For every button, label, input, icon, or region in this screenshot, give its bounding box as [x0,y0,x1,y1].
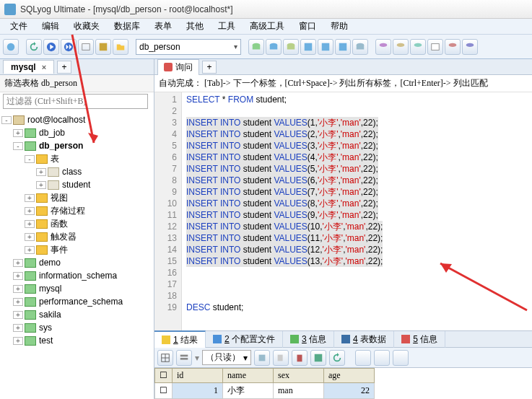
tool-2[interactable] [266,39,282,55]
tree-node[interactable]: +class [1,165,152,178]
tree-twisty-icon[interactable]: + [25,233,35,241]
copy-button[interactable] [273,350,289,366]
grid-view-button[interactable] [157,350,173,366]
tool-1[interactable] [248,39,264,55]
refresh-result-button[interactable] [329,350,345,366]
close-icon[interactable]: × [42,63,46,71]
readonly-indicator[interactable]: （只读） ▾ [202,350,251,365]
tree-node[interactable]: +视图 [1,191,152,204]
new-connection-button[interactable] [3,39,19,55]
tree-twisty-icon[interactable]: + [25,220,35,228]
col-name[interactable]: name [223,369,274,383]
tool-11[interactable] [427,39,443,55]
result-tab-2[interactable]: 3 信息 [283,331,334,348]
tree-node[interactable]: +student [1,178,152,191]
table-row[interactable]: ☐1小李man22 [155,383,375,399]
menu-工具[interactable]: 工具 [211,19,243,34]
tree-node[interactable]: +sys [1,321,152,334]
tree-twisty-icon[interactable]: + [25,246,35,254]
tree-twisty-icon[interactable]: - [13,142,23,150]
result-grid[interactable]: ☐idnamesexage☐1小李man22 [154,368,532,399]
tree-node[interactable]: +mysql [1,282,152,295]
format-button[interactable] [78,39,94,55]
tree-twisty-icon[interactable]: - [1,116,12,124]
tool-8[interactable] [375,39,391,55]
menu-编辑[interactable]: 编辑 [35,19,66,34]
menu-文件[interactable]: 文件 [3,19,35,34]
menu-窗口[interactable]: 窗口 [292,19,323,34]
result-tab-1[interactable]: 2 个配置文件 [206,331,283,348]
tool-3[interactable] [283,39,299,55]
execute-all-button[interactable] [61,39,77,55]
menu-高级工具[interactable]: 高级工具 [243,19,292,34]
tool-5[interactable] [318,39,333,55]
connection-tab[interactable]: mysql × [3,60,54,74]
result-tab-4[interactable]: 5 信息 [394,331,445,348]
tool-13[interactable] [462,39,478,55]
col-sex[interactable]: sex [274,369,324,383]
tree-twisty-icon[interactable]: + [13,272,23,280]
save-button[interactable] [95,39,111,55]
schema-tree[interactable]: -root@localhost+db_job-db_person-表+class… [0,110,154,399]
tree-node[interactable]: +存储过程 [1,204,152,217]
execute-button[interactable] [43,39,59,55]
refresh-button[interactable] [26,39,42,55]
tool-12[interactable] [445,39,461,55]
tool-7[interactable] [352,39,368,55]
tool-10[interactable] [410,39,426,55]
database-selector[interactable]: db_person ▾ [136,39,241,55]
tree-twisty-icon[interactable]: + [36,168,46,176]
tree-twisty-icon[interactable]: + [13,337,23,345]
new-query-button[interactable]: + [202,61,217,74]
tool-6[interactable] [335,39,351,55]
tree-twisty-icon[interactable]: + [13,259,23,267]
menu-帮助[interactable]: 帮助 [323,19,355,34]
col-age[interactable]: age [324,369,375,383]
tree-node[interactable]: +db_job [1,126,152,139]
menu-收藏夹[interactable]: 收藏夹 [66,19,107,34]
tree-node[interactable]: +sakila [1,308,152,321]
tree-node[interactable]: +触发器 [1,230,152,243]
tree-twisty-icon[interactable]: + [13,324,23,332]
result-tab-3[interactable]: 4 表数据 [334,331,394,348]
col-id[interactable]: id [173,369,223,383]
menu-表单[interactable]: 表单 [147,19,179,34]
filter-input[interactable] [3,94,148,109]
tree-node[interactable]: +test [1,334,152,347]
tree-twisty-icon[interactable]: + [25,194,35,202]
tree-node[interactable]: +函数 [1,217,152,230]
new-tab-button[interactable]: + [57,61,71,74]
tree-twisty-icon[interactable]: + [13,285,23,293]
checkbox-header[interactable]: ☐ [155,369,173,383]
prev-button[interactable] [374,350,390,366]
export-button[interactable] [254,350,270,366]
tree-twisty-icon[interactable]: + [13,311,23,319]
tree-node[interactable]: +performance_schema [1,295,152,308]
sql-code[interactable]: SELECT * FROM student;INSERT INTO studen… [182,92,532,330]
result-tab-0[interactable]: 1 结果 [154,330,206,348]
tool-9[interactable] [393,39,409,55]
next-button[interactable] [393,350,409,366]
form-view-button[interactable] [176,350,192,366]
tree-twisty-icon[interactable]: + [13,129,23,137]
svg-rect-29 [297,354,302,361]
tool-4[interactable] [300,39,316,55]
tree-twisty-icon[interactable]: + [13,298,23,306]
tree-twisty-icon[interactable]: - [25,155,35,163]
delete-button[interactable] [292,350,308,366]
menu-其他[interactable]: 其他 [179,19,211,34]
first-button[interactable] [355,350,371,366]
menu-数据库[interactable]: 数据库 [107,19,147,34]
tree-node[interactable]: +demo [1,256,152,269]
tree-node[interactable]: -表 [1,152,152,165]
query-tab[interactable]: 询问 [157,59,199,75]
tree-node[interactable]: -root@localhost [1,113,152,126]
tree-node[interactable]: -db_person [1,139,152,152]
tree-twisty-icon[interactable]: + [25,207,35,215]
tree-twisty-icon[interactable]: + [36,181,46,189]
tree-node[interactable]: +information_schema [1,269,152,282]
open-button[interactable] [113,39,128,55]
sql-editor[interactable]: 12345678910111213141516171819 SELECT * F… [154,92,532,330]
tree-node[interactable]: +事件 [1,243,152,256]
save-result-button[interactable] [310,350,326,366]
